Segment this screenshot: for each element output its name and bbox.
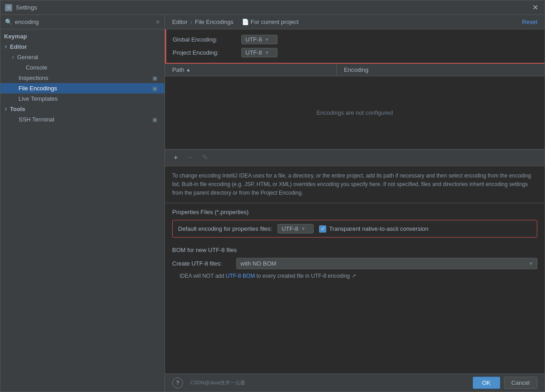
bom-note-prefix: IDEA will NOT add [179, 273, 226, 279]
encoding-section: Global Encoding: UTF-8 ▼ Project Encodin… [165, 29, 545, 64]
search-clear-icon[interactable]: ✕ [155, 19, 160, 25]
description-text: To change encoding IntelliJ IDEA uses fo… [165, 166, 545, 204]
properties-title: Properties Files (*.properties) [172, 209, 537, 215]
bottom-bar: ? CSDN@Java技术一点通 OK Cancel [165, 373, 545, 392]
breadcrumb-editor: Editor [172, 19, 188, 25]
table-col-encoding: Encoding [337, 64, 545, 76]
window-title: Settings [16, 4, 531, 11]
bom-row: Create UTF-8 files: with NO BOM ▼ [172, 258, 537, 269]
search-icon: 🔍 [5, 19, 12, 25]
transparent-label: Transparent native-to-ascii conversion [329, 225, 428, 232]
sidebar-item-file-encodings-label: File Encodings [19, 85, 57, 92]
bom-note-link[interactable]: UTF-8 BOM [226, 273, 255, 279]
bom-create-value: with NO BOM [240, 260, 276, 267]
cancel-button[interactable]: Cancel [504, 377, 537, 389]
transparent-checkbox[interactable]: ✓ [319, 225, 326, 233]
spacer [165, 288, 545, 373]
global-encoding-value: UTF-8 [245, 36, 262, 43]
settings-window: ⚙ Settings ✕ 🔍 ✕ Keymap ∨ Editor [0, 0, 545, 392]
remove-path-button[interactable]: − [185, 152, 196, 163]
sidebar-item-keymap-label: Keymap [4, 33, 27, 40]
add-path-button[interactable]: + [170, 152, 181, 163]
transparent-checkbox-area: ✓ Transparent native-to-ascii conversion [319, 225, 428, 233]
sidebar-item-console[interactable]: Console [0, 62, 164, 73]
search-input[interactable] [15, 19, 153, 25]
project-encoding-value: UTF-8 [245, 49, 262, 56]
bom-section: BOM for new UTF-8 files Create UTF-8 fil… [165, 243, 545, 288]
table-col-path: Path ▲ [165, 64, 337, 76]
main-content: 🔍 ✕ Keymap ∨ Editor ∨ General [0, 15, 545, 392]
checkbox-check-icon: ✓ [321, 226, 325, 232]
sidebar-item-ssh-terminal-label: SSH Terminal [19, 116, 54, 123]
watermark-text: CSDN@Java技术一点通 [190, 379, 245, 386]
bom-create-dropdown[interactable]: with NO BOM ▼ [236, 258, 537, 269]
col-encoding-label: Encoding [344, 66, 368, 73]
properties-encoding-value: UTF-8 [282, 225, 298, 232]
sidebar: 🔍 ✕ Keymap ∨ Editor ∨ General [0, 15, 165, 392]
properties-box: Default encoding for properties files: U… [172, 220, 537, 238]
global-encoding-arrow-icon: ▼ [265, 37, 269, 42]
col-path-label: Path [172, 66, 184, 73]
global-encoding-dropdown[interactable]: UTF-8 ▼ [241, 35, 277, 44]
help-button[interactable]: ? [172, 378, 183, 388]
sidebar-item-keymap[interactable]: Keymap [0, 31, 164, 42]
empty-message-text: Encodings are not configured [316, 109, 393, 116]
ok-button[interactable]: OK [473, 377, 500, 389]
sidebar-item-ssh-terminal[interactable]: SSH Terminal ▣ [0, 114, 164, 125]
close-button[interactable]: ✕ [531, 3, 540, 12]
project-encoding-arrow-icon: ▼ [265, 50, 269, 55]
sidebar-item-general[interactable]: ∨ General [0, 52, 164, 62]
sidebar-item-tools[interactable]: ∨ Tools [0, 104, 164, 114]
bom-note: IDEA will NOT add UTF-8 BOM to every cre… [172, 273, 537, 283]
bom-note-suffix: to every created file in UTF-8 encoding … [255, 273, 356, 279]
sidebar-item-inspections-label: Inspections [19, 75, 48, 81]
window-icon: ⚙ [5, 4, 12, 11]
sidebar-item-editor[interactable]: ∨ Editor [0, 42, 164, 52]
global-encoding-row: Global Encoding: UTF-8 ▼ [173, 35, 537, 44]
table-toolbar: + − ✎ [165, 149, 545, 166]
sidebar-item-editor-label: Editor [10, 43, 27, 50]
bom-dropdown-arrow-icon: ▼ [529, 261, 533, 266]
editor-chevron-icon: ∨ [4, 44, 7, 49]
sidebar-item-live-templates[interactable]: Live Templates [0, 93, 164, 104]
table-header: Path ▲ Encoding [165, 64, 545, 76]
project-encoding-dropdown[interactable]: UTF-8 ▼ [241, 48, 277, 57]
search-bar: 🔍 ✕ [0, 15, 164, 29]
bom-title: BOM for new UTF-8 files [172, 247, 537, 253]
file-encoding-table: Path ▲ Encoding Encodings are not config… [165, 64, 545, 149]
sidebar-item-file-encodings[interactable]: File Encodings ▣ [0, 83, 164, 93]
sidebar-item-inspections[interactable]: Inspections ▣ [0, 73, 164, 83]
breadcrumb-project: 📄 For current project [242, 19, 299, 25]
sidebar-item-tools-label: Tools [10, 106, 25, 112]
breadcrumb-separator: › [190, 19, 192, 25]
nav-tree: Keymap ∨ Editor ∨ General Console [0, 29, 164, 392]
bom-create-label: Create UTF-8 files: [172, 260, 231, 267]
general-chevron-icon: ∨ [11, 55, 14, 60]
breadcrumb-file-encodings: File Encodings [195, 19, 233, 25]
sidebar-item-general-label: General [17, 54, 38, 61]
titlebar: ⚙ Settings ✕ [0, 0, 545, 15]
sort-asc-icon: ▲ [186, 67, 191, 72]
properties-encoding-dropdown[interactable]: UTF-8 ▼ [277, 224, 314, 233]
ssh-terminal-badge-icon: ▣ [152, 117, 157, 123]
tools-chevron-icon: ∨ [4, 107, 7, 112]
reset-button[interactable]: Reset [522, 19, 537, 25]
sidebar-item-live-templates-label: Live Templates [19, 95, 57, 102]
edit-path-button[interactable]: ✎ [199, 152, 210, 163]
properties-encoding-arrow-icon: ▼ [301, 226, 305, 231]
inspections-badge-icon: ▣ [152, 75, 157, 81]
default-encoding-label: Default encoding for properties files: [178, 225, 272, 232]
project-label: For current project [251, 19, 299, 25]
project-encoding-label: Project Encoding: [173, 49, 236, 56]
project-icon: 📄 [242, 19, 249, 25]
project-encoding-row: Project Encoding: UTF-8 ▼ [173, 48, 537, 57]
properties-section: Properties Files (*.properties) Default … [165, 203, 545, 243]
sidebar-item-console-label: Console [26, 64, 47, 71]
main-panel: Editor › File Encodings 📄 For current pr… [165, 15, 545, 392]
global-encoding-label: Global Encoding: [173, 36, 236, 43]
bottom-actions: OK Cancel [473, 377, 537, 389]
file-encodings-badge-icon: ▣ [152, 85, 157, 92]
breadcrumb-bar: Editor › File Encodings 📄 For current pr… [165, 15, 545, 29]
table-empty-message: Encodings are not configured [165, 76, 545, 149]
